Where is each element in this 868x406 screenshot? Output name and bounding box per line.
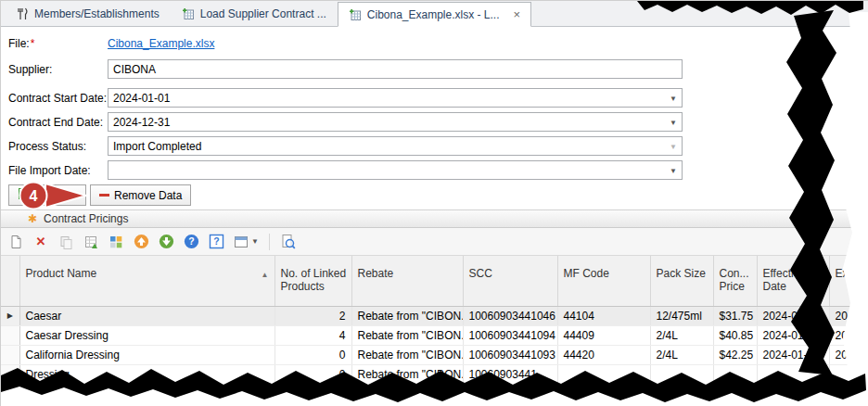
cell [557, 364, 650, 384]
supplier-input[interactable] [108, 59, 683, 79]
minus-icon [99, 194, 109, 197]
process-status-label: Process Status: [8, 140, 108, 153]
file-import-date-combobox[interactable]: ▼ [108, 160, 683, 180]
move-down-icon[interactable] [158, 234, 174, 250]
cell: 4 [274, 325, 351, 345]
tab-label: Members/Establishments [34, 7, 160, 20]
file-import-date-label: File Import Date: [8, 164, 108, 177]
cell: Rebate from "CIBON... [351, 364, 463, 384]
cell: 10060903441... [463, 364, 557, 384]
cell: 2 [274, 306, 351, 325]
utensils-icon [16, 7, 29, 20]
supplier-label: Supplier: [8, 63, 108, 76]
row-selector-header [1, 256, 19, 306]
column-chooser-icon[interactable] [108, 234, 124, 250]
cell: 0 [274, 364, 351, 384]
table-row[interactable]: ▶Caesar2Rebate from "CIBON...10060903441… [1, 306, 868, 325]
table-row[interactable]: Caesar Dressing4Rebate from "CIBON...100… [1, 325, 868, 345]
remove-data-button[interactable]: Remove Data [90, 184, 191, 206]
cell: 44409 [557, 325, 650, 345]
tab-label: Load Supplier Contract ... [200, 7, 326, 20]
cell: Dressing [19, 364, 274, 384]
chevron-down-icon[interactable]: ▼ [670, 119, 677, 127]
cell: California Dressing [19, 345, 274, 364]
cell: 10060903441046 [463, 306, 557, 325]
panel-title: Contract Pricings [44, 212, 128, 225]
cell: $40.85 [713, 325, 757, 345]
import-data-button[interactable] [8, 184, 86, 206]
cell [713, 364, 757, 384]
end-date-label: Contract End Date: [8, 116, 108, 129]
cell: 2024-01-01 [757, 345, 829, 364]
cell: 2/4L [650, 345, 713, 364]
document-tab-bar: Members/Establishments Load Supplier Con… [1, 1, 868, 27]
column-header-5[interactable]: Pack Size [650, 256, 713, 306]
svg-text:?: ? [213, 235, 219, 247]
cell: 2024-01-01 [757, 306, 829, 325]
column-header-3[interactable]: SCC [463, 256, 557, 306]
column-header-0[interactable]: Product Name▲ [19, 256, 274, 306]
cell: 20 [829, 345, 868, 364]
row-selector-cell [1, 325, 19, 345]
table-row[interactable]: Dressing0Rebate from "CIBON...1006090344… [1, 364, 868, 384]
contract-form: File:* Cibona_Example.xlsx Supplier: Con… [1, 27, 868, 180]
required-marker: * [31, 37, 35, 50]
new-item-icon[interactable] [7, 234, 24, 250]
layout-options-button[interactable]: ▼ [233, 234, 259, 250]
cell: 10060903441094 [463, 325, 557, 345]
gear-burst-icon: ✱ [28, 213, 37, 224]
cell: 12/475ml [650, 306, 713, 325]
preview-icon[interactable] [280, 234, 297, 250]
file-label: File:* [8, 37, 108, 50]
remove-data-label: Remove Data [114, 189, 182, 202]
cell: Rebate from "CIBON... [351, 306, 463, 325]
copy-icon [57, 234, 74, 250]
row-selector-cell [1, 364, 19, 384]
file-link[interactable]: Cibona_Example.xlsx [108, 37, 214, 50]
cell: Rebate from "CIBON... [351, 345, 463, 364]
start-date-value: 2024-01-01 [113, 92, 170, 105]
column-header-8[interactable]: Ex... [829, 256, 868, 306]
column-header-1[interactable]: No. of Linked Products [274, 256, 351, 306]
delete-icon[interactable]: ✕ [32, 234, 49, 250]
cell [757, 364, 829, 384]
tab-close-icon[interactable]: × [514, 8, 521, 20]
help-contents-icon[interactable]: ? [208, 234, 224, 250]
chevron-down-icon[interactable]: ▼ [670, 95, 677, 103]
cell: 44420 [557, 345, 650, 364]
cell: 2/4L [650, 325, 713, 345]
start-date-combobox[interactable]: 2024-01-01 ▼ [108, 88, 683, 108]
cell: $31.75 [713, 306, 757, 325]
end-date-value: 2024-12-31 [113, 116, 170, 129]
chevron-down-icon[interactable]: ▼ [670, 167, 677, 175]
row-selector-cell [1, 345, 19, 364]
toolbar-separator [269, 234, 270, 250]
layout-options-icon [233, 234, 249, 250]
help-icon[interactable]: ? [183, 234, 199, 250]
spreadsheet-add-icon [349, 8, 362, 21]
application-window: Members/Establishments Load Supplier Con… [0, 0, 868, 406]
column-header-6[interactable]: Con... Price [713, 256, 757, 306]
spreadsheet-add-icon [182, 7, 195, 20]
cell: 20 [829, 306, 868, 325]
tab-load-supplier-contract[interactable]: Load Supplier Contract ... [171, 1, 338, 26]
chevron-down-icon: ▼ [251, 237, 259, 246]
column-header-7[interactable]: Effective Date [757, 256, 829, 306]
tab-label: Cibona_Example.xlsx - L... [367, 8, 500, 21]
import-excel-icon[interactable] [83, 234, 99, 250]
grid-toolbar: ✕ ? ? ▼ [1, 228, 868, 256]
row-selector-cell: ▶ [1, 306, 19, 325]
end-date-combobox[interactable]: 2024-12-31 ▼ [108, 112, 683, 132]
cell: Rebate from "CIBON... [351, 325, 463, 345]
contract-pricings-panel-header: ✱ Contract Pricings [1, 209, 868, 228]
tab-members-establishments[interactable]: Members/Establishments [5, 1, 171, 26]
cell: 2024-01-01 [757, 325, 829, 345]
move-up-icon[interactable] [133, 234, 149, 250]
tab-cibona-example[interactable]: Cibona_Example.xlsx - L... × [338, 2, 531, 27]
process-status-value: Import Completed [113, 140, 201, 153]
cell: 0 [274, 345, 351, 364]
column-header-4[interactable]: MF Code [557, 256, 650, 306]
actions-row: Remove Data 4 [1, 184, 868, 207]
table-row[interactable]: California Dressing0Rebate from "CIBON..… [1, 345, 868, 364]
column-header-2[interactable]: Rebate [351, 256, 463, 306]
